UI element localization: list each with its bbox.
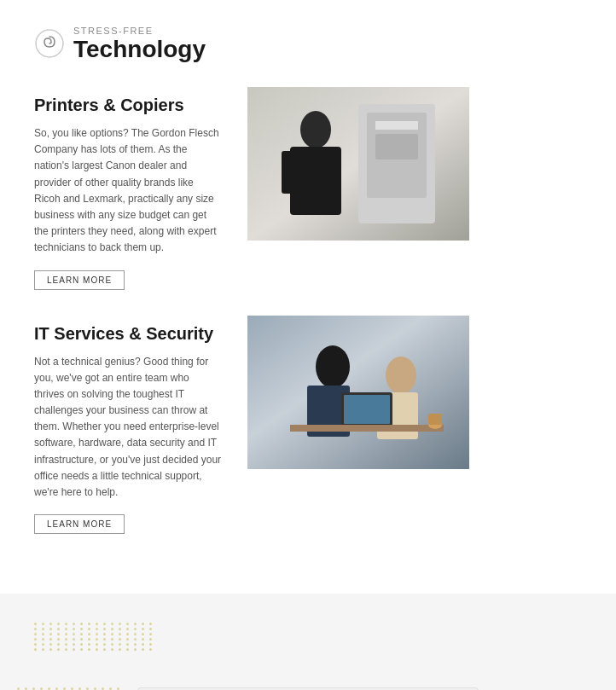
it-services-body: Not a technical genius? Good thing for y… xyxy=(34,354,222,502)
svg-point-7 xyxy=(300,111,331,148)
it-services-image-area xyxy=(247,316,582,469)
stress-free-label: STRESS-FREE xyxy=(73,26,206,36)
printers-title: Printers & Copiers xyxy=(34,96,222,115)
technology-title: Technology xyxy=(73,36,206,62)
it-services-section: IT Services & Security Not a technical g… xyxy=(34,316,582,535)
it-services-title: IT Services & Security xyxy=(34,324,222,344)
printers-image xyxy=(247,87,469,241)
svg-rect-8 xyxy=(290,147,341,215)
printers-learn-more-button[interactable]: LEARN MORE xyxy=(34,270,125,290)
printers-text: Printers & Copiers So, you like options?… xyxy=(34,87,222,290)
printers-image-area: // dots rendered below in template xyxy=(247,87,582,241)
header-text-block: STRESS-FREE Technology xyxy=(73,26,206,61)
page-header: STRESS-FREE Technology xyxy=(34,26,582,61)
printers-section: Printers & Copiers So, you like options?… xyxy=(34,87,582,290)
svg-rect-18 xyxy=(290,425,444,432)
svg-rect-17 xyxy=(344,395,390,424)
top-section: STRESS-FREE Technology Printers & Copier… xyxy=(0,0,616,594)
spiral-icon xyxy=(34,28,65,59)
svg-point-12 xyxy=(316,345,350,388)
svg-rect-20 xyxy=(428,414,442,425)
yellow-dots-decoration xyxy=(34,623,154,651)
svg-point-14 xyxy=(386,357,416,394)
dots-separator xyxy=(0,594,616,679)
it-services-image xyxy=(247,316,469,469)
it-services-text: IT Services & Security Not a technical g… xyxy=(34,316,222,535)
it-services-learn-more-button[interactable]: LEARN MORE xyxy=(34,514,125,534)
quick-links-section: Quick Links MANAGED PRINT › xyxy=(0,679,616,690)
svg-rect-6 xyxy=(375,134,418,159)
printers-body: So, you like options? The Gordon Flesch … xyxy=(34,125,222,257)
svg-rect-9 xyxy=(282,151,294,194)
svg-rect-5 xyxy=(375,121,418,130)
